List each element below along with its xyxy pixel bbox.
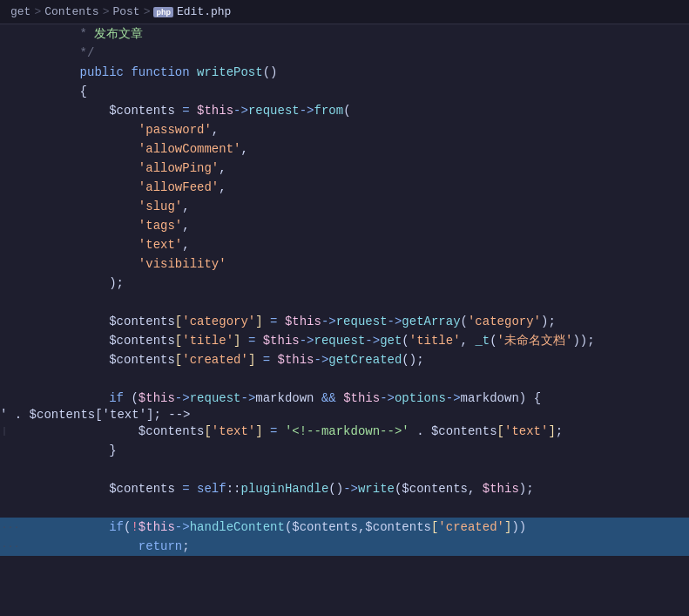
line-gutter: [0, 369, 44, 389]
line-content: $contents['text'] = '<!--markdown-->' . …: [44, 422, 689, 441]
line-content: 'password',: [44, 120, 689, 139]
line-gutter: [0, 254, 44, 274]
breadcrumb-sep-1: >: [34, 5, 41, 18]
code-line: 'allowComment',: [0, 139, 689, 159]
code-line: [0, 369, 689, 389]
line-content: }: [44, 441, 689, 460]
code-line: [0, 293, 689, 312]
line-indent-indicator: |: [2, 427, 8, 437]
code-line: [0, 460, 689, 479]
line-content: );: [44, 274, 689, 293]
code-line: | $contents['text'] = '<!--markdown-->' …: [0, 422, 689, 441]
code-line: 'allowFeed',: [0, 178, 689, 197]
code-line: */: [0, 44, 689, 63]
line-gutter: [0, 44, 44, 63]
line-gutter: ···: [0, 518, 44, 537]
line-gutter: [0, 235, 44, 254]
line-gutter: [0, 441, 44, 460]
line-content: $contents = self::pluginHandle()->write(…: [44, 479, 689, 498]
line-gutter: [0, 274, 44, 293]
line-dots-indicator: ···: [2, 523, 20, 532]
line-content: $contents = $this->request->from(: [44, 101, 689, 120]
code-container: * 发布文章 */ public function writePost() { …: [0, 24, 689, 611]
code-line: 'visibility': [0, 254, 689, 274]
code-line: $contents['title'] = $this->request->get…: [0, 331, 689, 350]
php-file-icon: php: [153, 7, 173, 17]
line-gutter: [0, 197, 44, 216]
breadcrumb-bar: get > Contents > Post > php Edit.php: [0, 0, 689, 24]
line-gutter: [0, 24, 44, 44]
line-content: 'allowFeed',: [44, 178, 689, 197]
code-line: [0, 498, 689, 518]
line-content: {: [44, 82, 689, 101]
line-gutter: [0, 498, 44, 518]
line-content: 'tags',: [44, 216, 689, 235]
code-line: 'text',: [0, 235, 689, 254]
line-gutter: |: [0, 422, 44, 441]
line-gutter: ···: [0, 537, 44, 556]
breadcrumb-file[interactable]: Edit.php: [177, 5, 231, 18]
code-line: 'password',: [0, 120, 689, 139]
line-content: * 发布文章: [44, 24, 689, 44]
code-line-highlighted-2: ··· return;: [0, 537, 689, 556]
code-line: {: [0, 82, 689, 101]
code-line: $contents = self::pluginHandle()->write(…: [0, 479, 689, 498]
line-content: */: [44, 44, 689, 63]
code-area: * 发布文章 */ public function writePost() { …: [0, 24, 689, 556]
code-line: );: [0, 274, 689, 293]
line-gutter: [0, 82, 44, 101]
line-gutter: [0, 101, 44, 120]
line-gutter: [0, 389, 44, 408]
line-gutter: [0, 460, 44, 479]
code-line-highlighted-1: ··· if(!$this->handleContent($contents,$…: [0, 518, 689, 537]
code-line: if ($this->request->markdown && $this->o…: [0, 389, 689, 408]
line-gutter: [0, 293, 44, 312]
line-gutter: [0, 312, 44, 331]
line-content: if ($this->request->markdown && $this->o…: [44, 389, 689, 408]
line-content: 'visibility': [44, 254, 689, 274]
line-content: 'text',: [44, 235, 689, 254]
code-line: $contents['created'] = $this->getCreated…: [0, 350, 689, 369]
line-content: [44, 369, 689, 389]
line-content: 'slug',: [44, 197, 689, 216]
line-content: [44, 460, 689, 479]
code-line: }: [0, 441, 689, 460]
line-gutter: [0, 178, 44, 197]
line-gutter: [0, 139, 44, 159]
breadcrumb-contents[interactable]: Contents: [44, 5, 98, 18]
line-content: if(!$this->handleContent($contents,$cont…: [44, 518, 689, 537]
breadcrumb-sep-3: >: [144, 5, 151, 18]
line-content: $contents['title'] = $this->request->get…: [44, 331, 689, 350]
line-content: $contents['category'] = $this->request->…: [44, 312, 689, 331]
code-line: $contents = $this->request->from(: [0, 101, 689, 120]
breadcrumb-sep-2: >: [103, 5, 110, 18]
line-gutter: [0, 216, 44, 235]
code-line: 'allowPing',: [0, 159, 689, 178]
code-line: $contents['category'] = $this->request->…: [0, 312, 689, 331]
line-content: return;: [44, 537, 689, 556]
line-content: public function writePost(): [44, 63, 689, 82]
code-line: 'slug',: [0, 197, 689, 216]
breadcrumb-post[interactable]: Post: [112, 5, 139, 18]
line-gutter: [0, 479, 44, 498]
line-gutter: [0, 350, 44, 369]
line-content: [44, 293, 689, 312]
line-gutter: [0, 63, 44, 82]
line-gutter: [0, 120, 44, 139]
line-dots-indicator-2: ···: [2, 542, 20, 552]
breadcrumb-get[interactable]: get: [10, 5, 30, 18]
code-line: 'tags',: [0, 216, 689, 235]
line-content: 'allowComment',: [44, 139, 689, 159]
line-content: 'allowPing',: [44, 159, 689, 178]
line-gutter: [0, 159, 44, 178]
code-line: public function writePost(): [0, 63, 689, 82]
code-line: * 发布文章: [0, 24, 689, 44]
line-content: $contents['created'] = $this->getCreated…: [44, 350, 689, 369]
line-gutter: [0, 331, 44, 350]
line-content: [44, 498, 689, 518]
